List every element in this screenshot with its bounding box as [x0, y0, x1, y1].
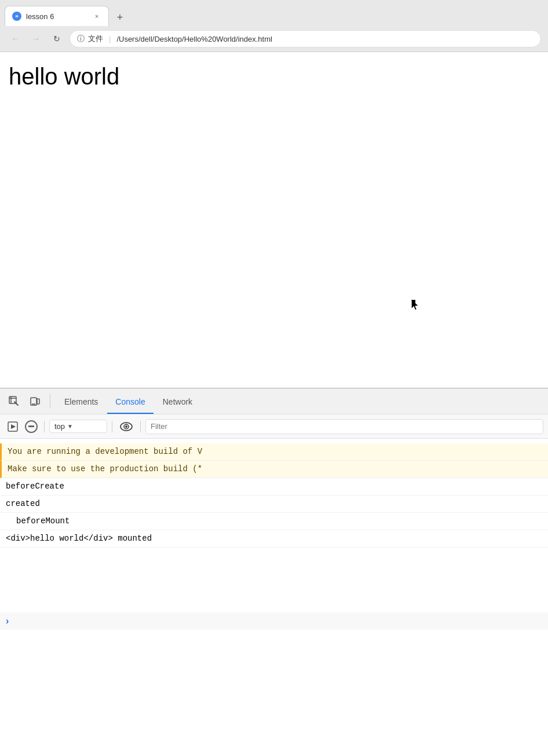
devtools-panel: Elements Console Network top ▼	[0, 388, 548, 630]
clear-console-button[interactable]	[23, 419, 39, 435]
info-icon: ⓘ	[77, 34, 85, 44]
page-content: hello world	[0, 52, 548, 388]
filter-input[interactable]	[145, 419, 543, 434]
console-separator	[44, 421, 45, 432]
forward-button[interactable]: →	[28, 31, 44, 47]
svg-marker-8	[11, 424, 16, 429]
no-entry-icon	[25, 420, 38, 433]
svg-rect-5	[37, 399, 39, 404]
browser-chrome: lesson 6 × + ← → ↻ ⓘ 文件 | /Users/dell/De…	[0, 0, 548, 52]
tab-network[interactable]: Network	[155, 391, 200, 414]
address-url: /Users/dell/Desktop/Hello%20World/index.…	[116, 35, 272, 43]
console-line-warning-1: You are running a development build of V	[0, 443, 548, 461]
page-heading: hello world	[9, 64, 539, 90]
console-output: You are running a development build of V…	[0, 439, 548, 612]
prompt-arrow-icon: ›	[6, 616, 9, 626]
tab-title: lesson 6	[26, 12, 87, 21]
console-line-beforemount: beforeMount	[0, 513, 548, 530]
console-line-warning-2: Make sure to use the production build (*	[0, 461, 548, 478]
console-separator-3	[140, 421, 141, 432]
inspect-element-button[interactable]	[5, 392, 23, 410]
console-input[interactable]	[12, 616, 542, 626]
console-line-mounted: <div>hello world</div> mounted	[0, 530, 548, 548]
address-separator: |	[109, 35, 111, 43]
active-tab[interactable]: lesson 6 ×	[5, 6, 109, 26]
console-line-beforecreate: beforeCreate	[0, 478, 548, 496]
tab-favicon	[12, 12, 21, 21]
new-tab-button[interactable]: +	[111, 9, 129, 26]
address-input[interactable]: ⓘ 文件 | /Users/dell/Desktop/Hello%20World…	[70, 30, 541, 47]
toolbar-separator	[50, 394, 50, 408]
console-prompt[interactable]: ›	[0, 612, 548, 630]
console-separator-2	[112, 421, 112, 432]
back-button[interactable]: ←	[7, 31, 23, 47]
context-label: top	[54, 422, 65, 431]
tab-close-button[interactable]: ×	[92, 12, 101, 21]
address-bar: ← → ↻ ⓘ 文件 | /Users/dell/Desktop/Hello%2…	[0, 26, 548, 52]
run-script-button[interactable]	[5, 419, 21, 435]
context-selector[interactable]: top ▼	[49, 420, 107, 433]
reload-button[interactable]: ↻	[49, 31, 65, 47]
devtools-toolbar: Elements Console Network	[0, 388, 548, 414]
eye-button[interactable]	[117, 417, 136, 436]
file-label: 文件	[88, 34, 103, 44]
console-toolbar: top ▼	[0, 414, 548, 439]
device-toolbar-button[interactable]	[25, 392, 44, 410]
tab-elements[interactable]: Elements	[56, 391, 106, 414]
tab-bar: lesson 6 × +	[0, 0, 548, 26]
console-line-created: created	[0, 496, 548, 513]
dropdown-arrow-icon: ▼	[67, 423, 73, 430]
tab-console[interactable]: Console	[107, 391, 153, 414]
devtools-tabs: Elements Console Network	[56, 388, 543, 414]
svg-point-11	[125, 425, 127, 428]
